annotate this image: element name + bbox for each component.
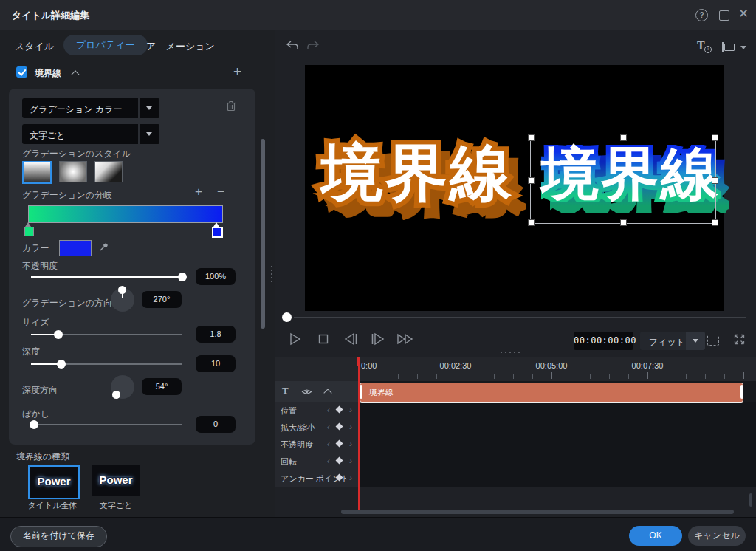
prev-keyframe-icon[interactable]: ‹ — [327, 405, 330, 414]
selection-box[interactable] — [530, 137, 716, 224]
gradient-style-linear[interactable] — [22, 161, 52, 184]
close-icon[interactable]: ✕ — [738, 7, 749, 21]
border-kind-per-character[interactable]: Power — [92, 465, 140, 496]
dropdown-arrow[interactable] — [138, 98, 159, 118]
collapse-chevron-icon[interactable] — [71, 70, 79, 78]
tab-animation[interactable]: アニメーション — [146, 40, 215, 53]
timeline-ruler[interactable]: 0:00 00:02:30 00:05:00 00:07:30 — [275, 357, 756, 381]
selection-handle[interactable] — [528, 177, 535, 184]
timeline-clip[interactable]: 境界線 — [360, 383, 743, 403]
dropdown-arrow[interactable] — [138, 124, 159, 144]
previous-frame-button[interactable] — [343, 331, 360, 347]
visibility-icon[interactable] — [301, 388, 312, 398]
keyframe-diamond-icon[interactable] — [336, 423, 343, 431]
gradient-stop-start[interactable] — [24, 227, 34, 236]
next-keyframe-icon[interactable]: › — [349, 422, 352, 431]
color-swatch[interactable] — [59, 240, 92, 256]
gradient-color-dropdown[interactable]: グラデーション カラー — [22, 98, 159, 118]
redo-icon[interactable] — [306, 41, 320, 51]
clip-trim-handle-right[interactable] — [740, 385, 743, 399]
timecode-field[interactable]: 00:00:00:00 — [574, 332, 633, 350]
stop-button[interactable] — [315, 331, 331, 347]
chevron-down-icon[interactable] — [740, 46, 746, 49]
timeline-h-scrollbar[interactable] — [341, 510, 734, 514]
grid-overlay-icon[interactable] — [707, 335, 719, 346]
prev-keyframe-icon[interactable]: ‹ — [327, 439, 330, 448]
collapse-track-icon[interactable] — [323, 389, 331, 397]
selection-handle[interactable] — [528, 134, 535, 141]
remove-stop-button[interactable]: − — [217, 185, 224, 199]
fast-forward-button[interactable] — [395, 331, 416, 347]
keyframe-diamond-icon[interactable] — [336, 474, 343, 482]
seek-track[interactable] — [294, 317, 746, 318]
selection-handle[interactable] — [712, 177, 718, 184]
panel-scrollbar[interactable] — [261, 139, 265, 329]
selection-handle[interactable] — [620, 134, 627, 141]
dial-knob[interactable] — [118, 286, 126, 294]
next-frame-button[interactable] — [368, 331, 386, 347]
play-button[interactable] — [286, 331, 303, 347]
keyframe-diamond-icon[interactable] — [336, 440, 343, 448]
prev-keyframe-icon[interactable]: ‹ — [327, 422, 330, 431]
next-keyframe-icon[interactable]: › — [349, 473, 352, 482]
ok-button[interactable]: OK — [629, 526, 682, 546]
selection-handle[interactable] — [712, 219, 718, 226]
gradient-style-radial[interactable] — [59, 161, 87, 182]
selection-handle[interactable] — [528, 219, 535, 226]
depth-direction-value[interactable]: 54° — [142, 378, 182, 395]
add-stop-button[interactable]: + — [195, 185, 202, 199]
slider-thumb[interactable] — [30, 420, 38, 429]
fullscreen-icon[interactable] — [733, 333, 746, 348]
dropdown-arrow[interactable] — [686, 332, 705, 350]
border-kind-whole-title[interactable]: Power — [28, 465, 80, 499]
opacity-slider[interactable] — [31, 273, 182, 281]
slider-thumb[interactable] — [178, 273, 187, 281]
slider-thumb[interactable] — [57, 360, 66, 369]
apply-mode-dropdown[interactable]: 文字ごと — [22, 124, 159, 144]
selection-handle[interactable] — [712, 134, 718, 141]
keyframe-diamond-icon[interactable] — [336, 457, 343, 465]
playhead[interactable] — [358, 357, 360, 510]
delete-icon[interactable] — [226, 100, 236, 114]
seek-thumb[interactable] — [282, 312, 292, 322]
tab-properties[interactable]: プロパティー — [63, 35, 148, 55]
selection-handle[interactable] — [620, 219, 627, 226]
blur-slider[interactable] — [31, 420, 182, 429]
next-keyframe-icon[interactable]: › — [349, 456, 352, 465]
border-checkbox[interactable] — [16, 66, 27, 78]
timeline-v-scrollbar[interactable] — [749, 493, 752, 507]
cancel-button[interactable]: キャンセル — [688, 526, 746, 546]
prev-keyframe-icon[interactable]: ‹ — [327, 473, 330, 482]
gradient-bar[interactable] — [28, 205, 223, 223]
save-as-button[interactable]: 名前を付けて保存 — [10, 526, 107, 547]
gradient-direction-dial[interactable] — [111, 288, 134, 312]
size-slider[interactable] — [31, 330, 182, 339]
preview-canvas[interactable]: 境界線 境界線 境界線 境界線 境界線 境界線 — [305, 65, 724, 311]
gradient-direction-value[interactable]: 270° — [142, 291, 182, 308]
blur-value[interactable]: 0 — [196, 416, 236, 433]
slider-thumb[interactable] — [54, 330, 63, 339]
help-icon[interactable]: ? — [695, 9, 708, 21]
keyframe-diamond-icon[interactable] — [336, 406, 343, 414]
dial-knob[interactable] — [112, 391, 120, 399]
tab-style[interactable]: スタイル — [15, 40, 54, 53]
text-position-icon[interactable] — [722, 42, 735, 52]
undo-icon[interactable] — [285, 41, 300, 51]
next-keyframe-icon[interactable]: › — [349, 405, 352, 414]
opacity-value[interactable]: 100% — [196, 268, 236, 285]
clip-trim-handle-left[interactable] — [360, 385, 362, 399]
depth-direction-dial[interactable] — [111, 375, 134, 399]
panel-splitter-handle[interactable] — [271, 266, 273, 284]
add-text-icon[interactable]: T + — [697, 39, 712, 54]
eyedropper-icon[interactable] — [99, 240, 110, 254]
next-keyframe-icon[interactable]: › — [349, 439, 352, 448]
depth-slider[interactable] — [31, 360, 182, 369]
gradient-style-diagonal[interactable] — [94, 161, 123, 182]
zoom-fit-dropdown[interactable]: フィット — [640, 332, 705, 350]
gradient-stop-end[interactable] — [212, 227, 223, 238]
prev-keyframe-icon[interactable]: ‹ — [327, 456, 330, 465]
maximize-icon[interactable] — [719, 10, 729, 21]
add-border-button[interactable]: + — [233, 64, 241, 80]
size-value[interactable]: 1.8 — [196, 326, 236, 343]
depth-value[interactable]: 10 — [196, 355, 236, 372]
